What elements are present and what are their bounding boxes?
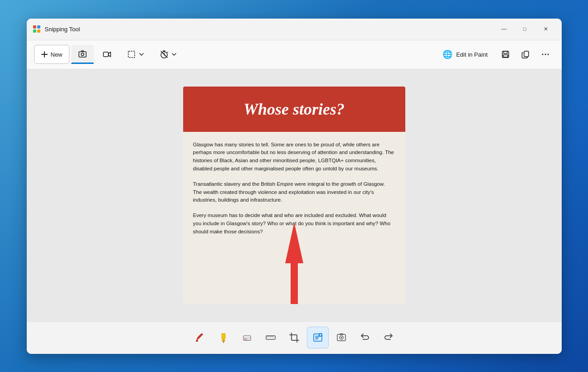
highlighter-tool-button[interactable]: [213, 327, 234, 348]
save-button[interactable]: [496, 45, 515, 63]
image-title: Whose stories?: [243, 100, 345, 119]
text-actions-icon: [312, 332, 323, 343]
maximize-button[interactable]: □: [515, 22, 535, 36]
svg-rect-2: [33, 29, 36, 33]
image-content: Glasgow has many stories to tell. Some a…: [183, 132, 405, 304]
svg-rect-6: [79, 52, 86, 57]
svg-rect-12: [504, 51, 507, 53]
svg-rect-3: [37, 29, 40, 33]
svg-point-7: [81, 53, 84, 56]
svg-point-17: [547, 54, 549, 55]
crop-tool-button[interactable]: [283, 327, 305, 348]
svg-rect-14: [524, 51, 529, 57]
image-paragraph-2: Transatlantic slavery and the British Em…: [193, 180, 395, 204]
bottom-toolbar: [27, 321, 562, 354]
ruler-tool-button[interactable]: [260, 327, 282, 348]
quick-screenshot-button[interactable]: [330, 327, 352, 348]
eraser-tool-button[interactable]: [236, 327, 258, 348]
screenshot-image: Whose stories? Glasgow has many stories …: [183, 87, 405, 304]
pen-tool-button[interactable]: [189, 327, 211, 348]
svg-rect-9: [128, 51, 135, 58]
svg-rect-0: [33, 25, 36, 29]
crop-icon: [289, 332, 300, 343]
image-paragraph-1: Glasgow has many stories to tell. Some a…: [193, 141, 395, 173]
plus-icon: [41, 51, 48, 58]
text-actions-button[interactable]: [307, 327, 329, 348]
chevron-down-icon2: [171, 52, 177, 57]
copy-icon: [521, 50, 530, 59]
paint-globe-icon: 🌐: [442, 49, 452, 59]
highlighter-icon: [218, 332, 229, 343]
ruler-icon: [265, 332, 276, 343]
minimize-button[interactable]: —: [494, 22, 515, 36]
svg-point-16: [544, 54, 546, 55]
image-paragraph-3: Every museum has to decide what and who …: [193, 212, 395, 236]
svg-point-35: [340, 337, 342, 338]
new-button[interactable]: New: [34, 45, 69, 64]
undo-icon: [360, 332, 370, 343]
svg-rect-8: [103, 52, 108, 57]
undo-button[interactable]: [354, 327, 376, 348]
svg-rect-20: [222, 333, 225, 339]
video-mode-button[interactable]: [96, 45, 118, 64]
screenshot-mode-button[interactable]: [71, 45, 94, 64]
app-logo: [32, 24, 41, 34]
eraser-icon: [242, 332, 253, 343]
window-title: Snipping Tool: [45, 26, 494, 33]
copy-button[interactable]: [516, 45, 535, 63]
svg-rect-13: [503, 55, 508, 57]
camera-icon: [78, 49, 87, 58]
svg-point-15: [542, 54, 543, 55]
titlebar: Snipping Tool — □ ✕: [27, 19, 562, 40]
timer-icon: [160, 50, 169, 59]
image-header: Whose stories?: [183, 87, 405, 132]
chevron-down-icon: [139, 52, 144, 57]
quick-screenshot-icon: [336, 332, 347, 343]
main-toolbar: New: [27, 40, 562, 69]
svg-rect-19: [196, 340, 198, 342]
screenshot-container: Whose stories? Glasgow has many stories …: [183, 87, 405, 304]
main-content: Whose stories? Glasgow has many stories …: [27, 69, 562, 321]
region-dropdown-button[interactable]: [120, 45, 151, 64]
svg-rect-1: [37, 25, 40, 29]
more-dots-icon: [541, 50, 550, 59]
toolbar-right: 🌐 Edit in Paint: [436, 45, 554, 64]
save-icon: [501, 50, 510, 59]
window-controls: — □ ✕: [494, 22, 556, 36]
redo-button[interactable]: [378, 327, 399, 348]
pen-icon: [194, 332, 205, 343]
snipping-tool-window: Snipping Tool — □ ✕ New: [27, 19, 562, 354]
more-options-button[interactable]: [536, 45, 554, 63]
svg-rect-36: [340, 333, 343, 335]
timer-dropdown-button[interactable]: [153, 45, 184, 64]
close-button[interactable]: ✕: [535, 22, 556, 36]
region-icon: [127, 50, 136, 59]
video-icon: [102, 50, 112, 59]
edit-in-paint-button[interactable]: 🌐 Edit in Paint: [436, 45, 494, 64]
redo-icon: [383, 332, 394, 343]
